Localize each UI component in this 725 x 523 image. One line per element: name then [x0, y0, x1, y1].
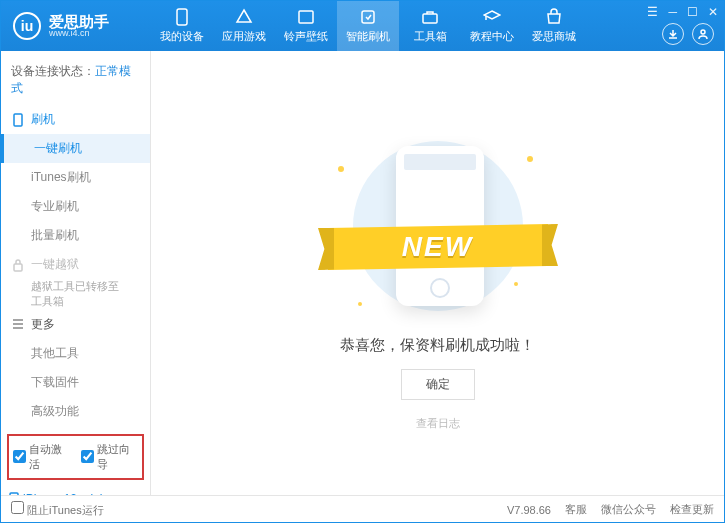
sidebar-item-advanced[interactable]: 高级功能	[31, 397, 150, 426]
brand-subtitle: www.i4.cn	[49, 29, 109, 38]
nav-smart-flash[interactable]: 智能刷机	[337, 1, 399, 51]
lock-icon	[11, 258, 25, 272]
phone-icon	[11, 113, 25, 127]
checkbox-block-itunes[interactable]: 阻止iTunes运行	[11, 501, 104, 518]
update-link[interactable]: 检查更新	[670, 502, 714, 517]
list-icon	[11, 317, 25, 331]
svg-rect-3	[423, 14, 437, 23]
version-label: V7.98.66	[507, 504, 551, 516]
logo: iu 爱思助手 www.i4.cn	[1, 12, 151, 40]
download-button[interactable]	[662, 23, 684, 45]
svg-rect-1	[299, 11, 313, 23]
menu-flash[interactable]: 刷机	[1, 105, 150, 134]
sidebar-item-other-tools[interactable]: 其他工具	[31, 339, 150, 368]
user-button[interactable]	[692, 23, 714, 45]
sidebar-item-oneclick-flash[interactable]: 一键刷机	[1, 134, 150, 163]
sidebar-item-batch-flash[interactable]: 批量刷机	[31, 221, 150, 250]
user-icon	[697, 28, 709, 40]
close-icon[interactable]: ✕	[708, 5, 718, 19]
menu-more[interactable]: 更多	[1, 310, 150, 339]
device-panel: iPhone 12 mini 64GB Down-12mini-13,1	[1, 488, 150, 495]
statusbar: 阻止iTunes运行 V7.98.66 客服 微信公众号 检查更新	[1, 495, 724, 523]
sidebar-item-pro-flash[interactable]: 专业刷机	[31, 192, 150, 221]
connection-state: 设备连接状态：正常模式	[1, 59, 150, 105]
wechat-link[interactable]: 微信公众号	[601, 502, 656, 517]
maximize-icon[interactable]: ☐	[687, 5, 698, 19]
store-icon	[545, 8, 563, 26]
phone-small-icon	[9, 492, 19, 495]
title-right-buttons	[662, 23, 714, 45]
menu-icon[interactable]: ☰	[647, 5, 658, 19]
download-icon	[667, 28, 679, 40]
menu-jailbreak[interactable]: 一键越狱	[1, 250, 150, 279]
svg-rect-6	[14, 264, 22, 271]
svg-rect-0	[177, 9, 187, 25]
checkbox-auto-activate[interactable]: 自动激活	[13, 442, 71, 472]
service-link[interactable]: 客服	[565, 502, 587, 517]
logo-icon: iu	[13, 12, 41, 40]
success-illustration: NEW	[328, 136, 548, 316]
svg-rect-7	[10, 493, 18, 495]
toolbox-icon	[421, 8, 439, 26]
ok-button[interactable]: 确定	[401, 369, 475, 400]
flash-icon	[359, 8, 377, 26]
jailbreak-note: 越狱工具已转移至 工具箱	[31, 279, 150, 310]
nav-ringtones[interactable]: 铃声壁纸	[275, 1, 337, 51]
nav-apps[interactable]: 应用游戏	[213, 1, 275, 51]
graduation-icon	[483, 8, 501, 26]
success-message: 恭喜您，保资料刷机成功啦！	[340, 336, 535, 355]
apps-icon	[235, 8, 253, 26]
new-ribbon: NEW	[328, 226, 548, 268]
sidebar-item-download-fw[interactable]: 下载固件	[31, 368, 150, 397]
main-nav: 我的设备 应用游戏 铃声壁纸 智能刷机 工具箱 教程中心 爱思商城	[151, 1, 724, 51]
titlebar: iu 爱思助手 www.i4.cn 我的设备 应用游戏 铃声壁纸 智能刷机 工具…	[1, 1, 724, 51]
window-controls: ☰ ─ ☐ ✕	[647, 5, 718, 19]
device-icon	[173, 8, 191, 26]
svg-rect-5	[14, 114, 22, 126]
checkbox-skip-guide[interactable]: 跳过向导	[81, 442, 139, 472]
svg-point-4	[701, 30, 705, 34]
wallpaper-icon	[297, 8, 315, 26]
sidebar: 设备连接状态：正常模式 刷机 一键刷机 iTunes刷机 专业刷机 批量刷机 一…	[1, 51, 151, 495]
nav-tutorials[interactable]: 教程中心	[461, 1, 523, 51]
nav-my-device[interactable]: 我的设备	[151, 1, 213, 51]
svg-rect-2	[362, 11, 374, 23]
options-highlight: 自动激活 跳过向导	[7, 434, 144, 480]
device-name[interactable]: iPhone 12 mini	[9, 492, 142, 495]
minimize-icon[interactable]: ─	[668, 5, 677, 19]
view-log-link[interactable]: 查看日志	[416, 416, 460, 431]
nav-store[interactable]: 爱思商城	[523, 1, 585, 51]
nav-toolbox[interactable]: 工具箱	[399, 1, 461, 51]
main-content: NEW 恭喜您，保资料刷机成功啦！ 确定 查看日志	[151, 51, 724, 495]
sidebar-item-itunes-flash[interactable]: iTunes刷机	[31, 163, 150, 192]
brand-title: 爱思助手	[49, 14, 109, 29]
